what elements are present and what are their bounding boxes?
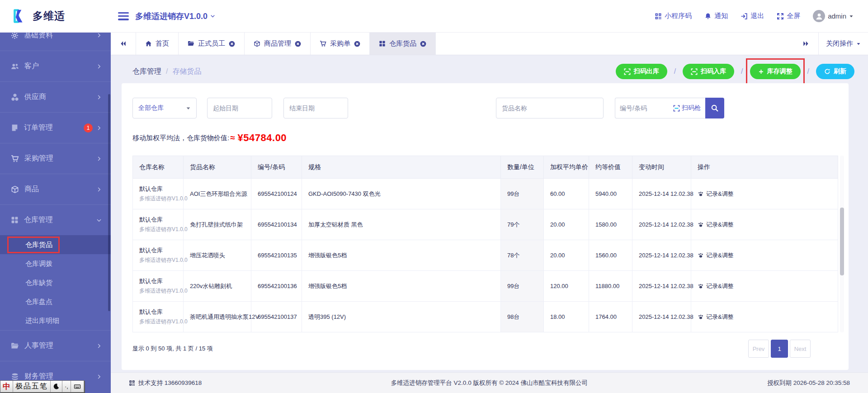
scanner-gun-toggle[interactable]: 扫码枪: [673, 104, 701, 112]
scan-in-button[interactable]: 扫码入库: [683, 64, 734, 79]
close-icon[interactable]: [229, 41, 235, 47]
caret-down-icon: [849, 14, 854, 19]
col-operation: 操作: [691, 156, 838, 179]
user-menu[interactable]: admin: [813, 10, 854, 22]
table-scrollbar-thumb[interactable]: [840, 208, 844, 275]
code-search-group: 扫码枪: [615, 98, 724, 118]
chevron-right-icon: [96, 374, 102, 379]
home-icon: [145, 40, 152, 47]
sidebar-subitem-inout-detail[interactable]: 进出库明细: [0, 311, 111, 330]
cell-qty: 78个: [501, 240, 544, 271]
tab-label: 仓库货品: [389, 39, 416, 48]
record-adjust-link[interactable]: 记录&调整: [698, 313, 838, 321]
ledger-icon: [11, 124, 19, 132]
sidebar-item-hr[interactable]: 人事管理: [0, 330, 111, 361]
start-date-input[interactable]: [207, 98, 272, 118]
sidebar-item-label: 采购管理: [24, 154, 53, 163]
record-adjust-link[interactable]: 记录&调整: [698, 282, 838, 290]
sidebar-item-customers[interactable]: 客户: [0, 51, 111, 81]
close-operations-dropdown[interactable]: 关闭操作: [818, 33, 868, 55]
sidebar-item-products[interactable]: 商品: [0, 174, 111, 204]
ime-name-button[interactable]: 极品五笔: [13, 381, 51, 392]
sidebar-item-warehouse[interactable]: 仓库管理: [0, 204, 111, 235]
tab-home[interactable]: 首页: [136, 33, 179, 55]
sidebar-subitem-warehouse-goods[interactable]: 仓库货品: [0, 235, 111, 254]
breadcrumb-separator: /: [166, 67, 168, 76]
prev-page-button[interactable]: Prev: [748, 340, 769, 358]
breadcrumb-current: 存储货品: [172, 67, 201, 76]
top-header: 多维适 多维适进销存V1.0.0 小程序码 通知 退出 全屏 admin: [0, 0, 868, 33]
brand-name: 多维适: [33, 9, 65, 23]
sidebar-subitem-warehouse-transfer[interactable]: 仓库调拨: [0, 254, 111, 273]
fullscreen-label: 全屏: [787, 12, 800, 20]
paw-icon: [698, 283, 704, 289]
ime-toolbar: 中 极品五笔 ·,: [0, 380, 85, 393]
cell-spec: 加厚太空铝材质 黑色: [302, 209, 501, 240]
close-icon[interactable]: [295, 41, 301, 47]
ime-mode-button[interactable]: [51, 381, 62, 392]
logout-button[interactable]: 退出: [741, 12, 764, 20]
tab-purchase-order[interactable]: 采购单: [311, 33, 370, 55]
goods-table: 仓库名称 货品名称 编号/条码 规格 数量/单位 加权平均单价 约等价值 变动时…: [132, 156, 838, 332]
breadcrumb-parent[interactable]: 仓库管理: [132, 67, 161, 76]
search-button[interactable]: [705, 98, 724, 118]
goods-name-input[interactable]: [496, 98, 604, 118]
ime-name-label: 极品五笔: [15, 382, 48, 391]
tabs-expand-button[interactable]: [793, 33, 818, 55]
stock-adjust-label: 库存调整: [767, 67, 793, 76]
code-barcode-input[interactable]: [620, 104, 673, 112]
col-warehouse-name: 仓库名称: [133, 156, 184, 179]
sidebar-item-basic-data[interactable]: 基础资料: [0, 33, 111, 51]
cell-time: 2025-12-14 12.02.38: [632, 271, 691, 302]
sidebar-item-label: 财务管理: [24, 372, 53, 381]
tab-warehouse-goods[interactable]: 仓库货品: [370, 33, 436, 55]
record-adjust-link[interactable]: 记录&调整: [698, 221, 838, 229]
moon-icon: [53, 383, 60, 390]
app-title[interactable]: 多维适进销存V1.0.0: [135, 11, 215, 22]
refresh-button[interactable]: 刷新: [816, 64, 854, 79]
cell-warehouse: 默认仓库多维适进销存V1.0.0: [133, 240, 184, 271]
sidebar-scrollbar[interactable]: [108, 94, 110, 311]
sidebar-item-purchasing[interactable]: 采购管理: [0, 143, 111, 174]
mini-program-button[interactable]: 小程序码: [655, 12, 692, 20]
ime-punct-button[interactable]: ·,: [62, 381, 71, 392]
tab-product-management[interactable]: 商品管理: [245, 33, 311, 55]
close-icon[interactable]: [354, 41, 360, 47]
sidebar-item-orders[interactable]: 订单管理 1: [0, 112, 111, 143]
gear-icon: [11, 33, 19, 39]
scan-out-button[interactable]: 扫码出库: [616, 64, 667, 79]
stock-adjust-button[interactable]: 库存调整: [750, 64, 801, 79]
warehouse-select[interactable]: 全部仓库: [132, 98, 197, 118]
sidebar-item-label: 仓库管理: [24, 215, 53, 225]
cell-operation: 记录&调整: [691, 302, 838, 332]
table-row: 默认仓库多维适进销存V1.0.0 增压花洒喷头 695542100135 增强版…: [133, 240, 838, 271]
end-date-input[interactable]: [283, 98, 348, 118]
record-adjust-link[interactable]: 记录&调整: [698, 190, 838, 198]
user-icon: [815, 12, 824, 21]
sidebar-subitem-warehouse-shortage[interactable]: 仓库缺货: [0, 273, 111, 292]
tab-employees[interactable]: 正式员工: [179, 33, 245, 55]
cell-warehouse: 默认仓库多维适进销存V1.0.0: [133, 179, 184, 209]
next-page-button[interactable]: Next: [790, 340, 811, 358]
notifications-button[interactable]: 通知: [704, 12, 728, 20]
scan-in-label: 扫码入库: [701, 67, 726, 76]
cubes-icon: [11, 93, 19, 101]
menu-toggle-icon[interactable]: [118, 12, 129, 20]
cell-name: 茶吧机通用透明抽水泵12V: [184, 302, 251, 332]
brand-logo-icon: [12, 8, 28, 24]
cell-spec: 透明395 (12V): [302, 302, 501, 332]
tabs-collapse-button[interactable]: [111, 33, 136, 55]
table-scrollbar[interactable]: [840, 156, 844, 332]
sidebar-item-suppliers[interactable]: 供应商: [0, 81, 111, 112]
ime-keyboard-button[interactable]: [71, 381, 84, 392]
close-icon[interactable]: [420, 41, 426, 47]
page-1-button[interactable]: 1: [771, 340, 788, 358]
ime-lang-button[interactable]: 中: [0, 381, 13, 392]
sidebar-item-label: 客户: [24, 62, 39, 71]
fullscreen-button[interactable]: 全屏: [777, 12, 800, 20]
sidebar-subitem-warehouse-stocktake[interactable]: 仓库盘点: [0, 292, 111, 311]
table-row: 默认仓库多维适进销存V1.0.0 AOI三色环形组合光源 69554210012…: [133, 179, 838, 209]
action-separator: /: [741, 67, 743, 76]
action-separator: /: [674, 67, 676, 76]
record-adjust-link[interactable]: 记录&调整: [698, 251, 838, 260]
